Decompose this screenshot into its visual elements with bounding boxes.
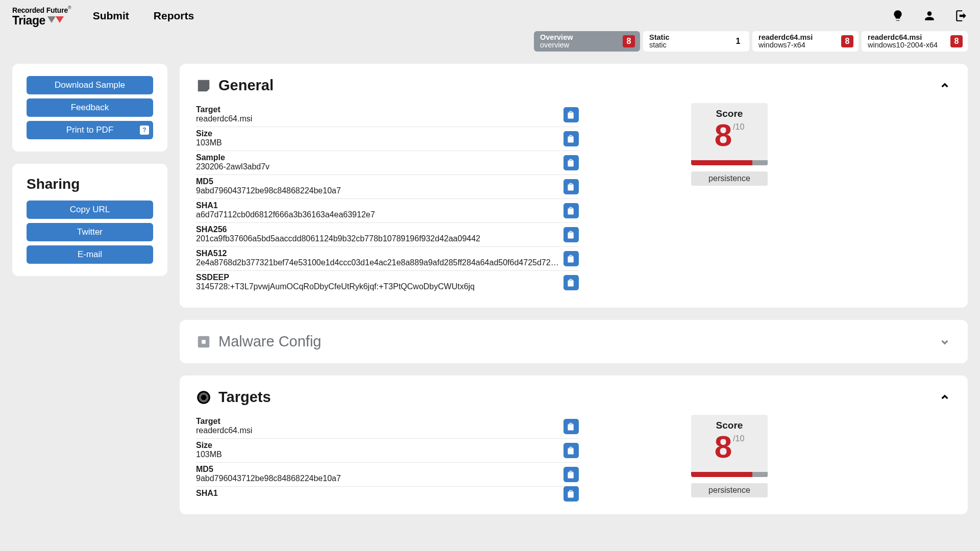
field-value: 2e4a8768d2b377321bef74e53100e1d4ccc03d1e… — [196, 258, 559, 267]
field-value: 103MB — [196, 138, 559, 147]
tab-overview[interactable]: Overview overview 8 — [534, 31, 640, 52]
print-pdf-button[interactable]: Print to PDF ? — [27, 121, 153, 139]
field-row: SHA1 — [196, 487, 579, 501]
field-row: MD59abd796043712be98c84868224be10a7 — [196, 175, 579, 199]
topbar: Recorded Future® Triage Submit Reports — [0, 0, 980, 32]
field-label: Size — [196, 441, 579, 450]
note-icon — [196, 78, 211, 93]
tabs-row: Overview overview 8 Static static 1 read… — [0, 31, 980, 52]
brand-logo[interactable]: Recorded Future® Triage — [12, 5, 71, 27]
score-box: Score 8 /10 persistence — [691, 103, 768, 294]
top-icons — [891, 9, 968, 22]
clipboard-icon — [567, 422, 576, 431]
copy-button[interactable] — [564, 443, 579, 458]
tab-title: Static — [649, 34, 732, 41]
field-row: Size103MB — [196, 439, 579, 463]
clipboard-icon — [567, 159, 576, 167]
copy-button[interactable] — [564, 419, 579, 434]
score-value: 8 — [715, 431, 732, 463]
copy-button[interactable] — [564, 155, 579, 170]
copy-button[interactable] — [564, 131, 579, 146]
copy-button[interactable] — [564, 203, 579, 218]
sidebar: Download Sample Feedback Print to PDF ? … — [12, 64, 167, 276]
field-label: SHA256 — [196, 225, 579, 234]
copy-button[interactable] — [564, 227, 579, 242]
field-label: MD5 — [196, 177, 579, 186]
clipboard-icon — [567, 231, 576, 239]
person-icon[interactable] — [923, 9, 936, 22]
chevron-up-icon[interactable] — [938, 391, 951, 404]
score-bar — [691, 472, 768, 477]
tab-sub: windows7-x64 — [758, 41, 841, 49]
score-bar — [691, 160, 768, 165]
field-row: MD59abd796043712be98c84868224be10a7 — [196, 463, 579, 487]
logout-icon[interactable] — [954, 9, 968, 22]
chevron-up-icon[interactable] — [938, 79, 951, 92]
brand-chevrons-icon — [47, 16, 64, 24]
field-value: 9abd796043712be98c84868224be10a7 — [196, 474, 559, 483]
general-panel: General Targetreaderdc64.msiSize103MBSam… — [180, 64, 968, 308]
clipboard-icon — [567, 183, 576, 191]
clipboard-icon — [567, 135, 576, 143]
tab-sub: overview — [540, 41, 623, 49]
field-label: Target — [196, 105, 579, 114]
tab-title: Overview — [540, 34, 623, 41]
field-value: a6d7d7112cb0d6812f666a3b36163a4ea63912e7 — [196, 210, 559, 219]
field-value: readerdc64.msi — [196, 426, 559, 435]
field-label: SHA1 — [196, 201, 579, 210]
svg-marker-1 — [56, 16, 64, 23]
targets-title: Targets — [218, 389, 931, 406]
sharing-heading: Sharing — [27, 176, 153, 192]
persistence-tag[interactable]: persistence — [691, 483, 768, 497]
feedback-button[interactable]: Feedback — [27, 98, 153, 117]
copy-button[interactable] — [564, 107, 579, 122]
copy-button[interactable] — [564, 251, 579, 266]
tab-windows10[interactable]: readerdc64.msi windows10-2004-x64 8 — [862, 31, 968, 52]
field-value: 230206-2awl3abd7v — [196, 162, 559, 171]
brand-reg: ® — [68, 5, 71, 10]
twitter-button[interactable]: Twitter — [27, 223, 153, 241]
brand-bottom: Triage — [12, 15, 45, 27]
tab-sub: windows10-2004-x64 — [868, 41, 950, 49]
email-button[interactable]: E-mail — [27, 245, 153, 264]
tab-title: readerdc64.msi — [868, 34, 950, 41]
score-box: Score 8 /10 persistence — [691, 415, 768, 501]
svg-point-5 — [202, 395, 206, 399]
print-label: Print to PDF — [66, 125, 114, 135]
chevron-down-icon[interactable] — [938, 335, 951, 348]
tab-static[interactable]: Static static 1 — [643, 31, 749, 52]
actions-card: Download Sample Feedback Print to PDF ? — [12, 64, 167, 152]
clipboard-icon — [567, 279, 576, 287]
field-label: SHA512 — [196, 249, 579, 258]
field-label: SHA1 — [196, 489, 579, 498]
nav-reports[interactable]: Reports — [154, 10, 194, 22]
score-denom: /10 — [733, 122, 744, 132]
download-sample-button[interactable]: Download Sample — [27, 76, 153, 94]
field-label: MD5 — [196, 465, 579, 474]
field-row: Size103MB — [196, 127, 579, 151]
persistence-tag[interactable]: persistence — [691, 171, 768, 186]
copy-url-button[interactable]: Copy URL — [27, 201, 153, 219]
brand-top: Recorded Future — [12, 6, 68, 14]
clipboard-icon — [567, 490, 576, 498]
sharing-card: Sharing Copy URL Twitter E-mail — [12, 164, 167, 276]
targets-panel: Targets Targetreaderdc64.msiSize103MBMD5… — [180, 375, 968, 514]
score-denom: /10 — [733, 434, 744, 443]
help-badge[interactable]: ? — [140, 126, 149, 135]
copy-button[interactable] — [564, 179, 579, 194]
clipboard-icon — [567, 207, 576, 215]
tab-badge: 8 — [841, 35, 853, 47]
tab-windows7[interactable]: readerdc64.msi windows7-x64 8 — [752, 31, 859, 52]
copy-button[interactable] — [564, 486, 579, 502]
tab-badge: 8 — [950, 35, 963, 47]
field-row: SSDEEP3145728:+T3L7pvwjAumOCqRoDbyCfeUtR… — [196, 271, 579, 294]
copy-button[interactable] — [564, 467, 579, 482]
tab-title: readerdc64.msi — [758, 34, 841, 41]
lightbulb-icon[interactable] — [891, 9, 904, 22]
field-row: SHA5122e4a8768d2b377321bef74e53100e1d4cc… — [196, 247, 579, 271]
clipboard-icon — [567, 446, 576, 455]
field-value: 201ca9fb37606a5bd5aaccdd8061124b9b32cb77… — [196, 234, 559, 243]
nav-submit[interactable]: Submit — [93, 10, 129, 22]
copy-button[interactable] — [564, 275, 579, 290]
malware-config-panel: Malware Config — [180, 320, 968, 363]
